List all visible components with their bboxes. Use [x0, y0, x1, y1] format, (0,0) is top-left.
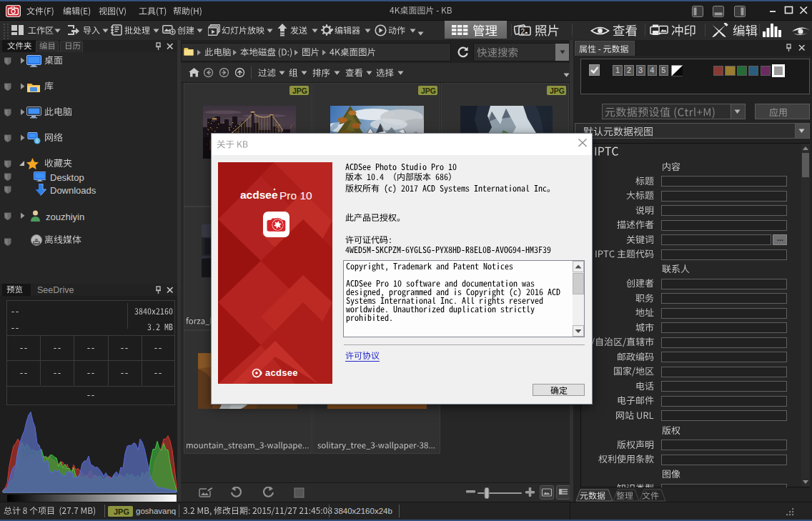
svg-text:2: 2 [521, 28, 525, 36]
